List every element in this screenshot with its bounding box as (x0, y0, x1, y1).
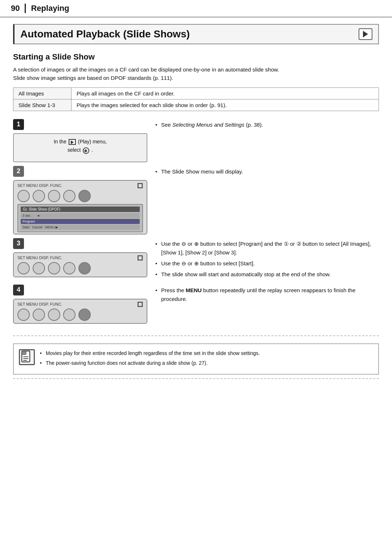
step-2-bullet: The Slide Show menu will display. (155, 167, 379, 176)
step2-panel-labels: SET MENU DISP. FUNC. (17, 183, 62, 188)
note-icon (19, 349, 35, 365)
cam-btn-4-4 (63, 309, 75, 321)
step-4-cam-btns (17, 309, 143, 321)
step4-panel-labels: SET MENU DISP. FUNC. (17, 302, 62, 306)
step1-line1: In the (54, 139, 68, 144)
step-3-panel-header: SET MENU DISP. FUNC. 🔲 (17, 255, 143, 261)
step1-period: . (91, 147, 93, 153)
cam-btn-5 (78, 190, 91, 202)
subsection-title: Starting a Slide Show (13, 52, 379, 62)
step-3-cam-panel: SET MENU DISP. FUNC. 🔲 (13, 252, 147, 277)
main-content: Automated Playback (Slide Shows) Startin… (0, 17, 392, 385)
cam-btn-3 (48, 190, 60, 202)
note-item-1: Movies play for their entire recorded le… (40, 349, 260, 357)
step-1-left: 1 In the (Play) menu, select . (13, 119, 147, 162)
note-doc-icon (21, 350, 33, 364)
row1-text: 3 sec. ◄ (23, 214, 40, 217)
step-3-bullet-3: The slide show will start and automatica… (155, 270, 379, 279)
section-title-bar: Automated Playback (Slide Shows) (13, 24, 379, 44)
row-program-text: Program (23, 220, 35, 223)
step-3-bullet-1: Use the ⊖ or ⊕ button to select [Program… (155, 240, 379, 257)
step-4-left: 4 SET MENU DISP. FUNC. 🔲 (13, 285, 147, 324)
step-2-cam-btns (17, 190, 143, 202)
step2-panel-icon: 🔲 (137, 183, 143, 188)
svg-rect-1 (22, 351, 26, 355)
step-2-right: The Slide Show menu will display. (155, 166, 379, 178)
step-2-badge: 2 (13, 166, 24, 177)
step1-line3: select (68, 147, 82, 153)
table-row: All Images Plays all images on the CF ca… (13, 87, 379, 99)
table-row: Slide Show 1-3 Plays the images selected… (13, 99, 379, 111)
cam-btn-3-2 (33, 262, 45, 274)
step-2-row: 2 SET MENU DISP. FUNC. 🔲 (13, 166, 379, 234)
step-1-badge: 1 (13, 119, 24, 130)
step-2-num-row: 2 (13, 166, 147, 178)
cam-btn-3-5 (78, 262, 91, 274)
step-4-bullet: Press the MENU button repeatedly until t… (155, 286, 379, 303)
step-1-diagram: In the (Play) menu, select . (13, 133, 147, 162)
step-2-cam-panel: SET MENU DISP. FUNC. 🔲 Gr. Slide Show (D… (13, 180, 147, 234)
step1-line2: (Play) menu, (78, 139, 107, 144)
step-1-num-row: 1 (13, 119, 147, 131)
header-divider (25, 4, 26, 13)
step-2-left: 2 SET MENU DISP. FUNC. 🔲 (13, 166, 147, 234)
step-4-row: 4 SET MENU DISP. FUNC. 🔲 (13, 285, 379, 324)
step-3-bullet-2: Use the ⊖ or ⊕ button to select [Start]. (155, 259, 379, 268)
play-triangle-icon (363, 31, 368, 37)
step3-panel-icon: 🔲 (137, 255, 143, 261)
step-3-cam-btns (17, 262, 143, 274)
step-1-right: See Selecting Menus and Settings (p. 38)… (155, 119, 379, 131)
slideshow-screen: Gr. Slide Show (DPOF) 3 sec. ◄ Program S… (17, 204, 143, 232)
info-table: All Images Plays all images on the CF ca… (13, 87, 379, 111)
step4-panel-icon: 🔲 (137, 302, 143, 307)
step-3-row: 3 SET MENU DISP. FUNC. 🔲 (13, 238, 379, 281)
slideshow-row-program: Program (21, 219, 140, 224)
cam-btn-4-3 (48, 309, 60, 321)
header-bar: 90 Replaying (0, 0, 392, 17)
table-cell-value-1: Plays all images on the CF card in order… (72, 87, 379, 99)
slideshow-rows: 3 sec. ◄ Program Start Cancel MENU ▶ (21, 213, 140, 230)
note-box: Movies play for their entire recorded le… (13, 343, 379, 375)
desc-line-1: A selection of images or all the images … (13, 66, 279, 73)
table-cell-label-2: Slide Show 1-3 (13, 99, 72, 111)
step-3-left: 3 SET MENU DISP. FUNC. 🔲 (13, 238, 147, 277)
play-icon-box (359, 28, 372, 40)
cam-btn-4-5 (78, 309, 91, 321)
cam-btn-3-4 (63, 262, 75, 274)
play-menu-icon (69, 139, 76, 145)
section-title: Automated Playback (Slide Shows) (20, 28, 359, 40)
step-1-bullet: See Selecting Menus and Settings (p. 38)… (155, 121, 379, 129)
note-content: Movies play for their entire recorded le… (40, 349, 260, 369)
note-item-2: The power-saving function does not activ… (40, 359, 260, 367)
header-title: Replaying (31, 4, 69, 13)
description-text: A selection of images or all the images … (13, 65, 379, 82)
step-4-badge: 4 (13, 285, 24, 295)
cam-btn-1 (17, 190, 30, 202)
step-3-right: Use the ⊖ or ⊕ button to select [Program… (155, 238, 379, 281)
desc-line-2: Slide show image settings are based on D… (13, 75, 173, 81)
step-4-cam-panel: SET MENU DISP. FUNC. 🔲 (13, 299, 147, 324)
page-number: 90 (11, 4, 20, 13)
slideshow-screen-title: Gr. Slide Show (DPOF) (21, 207, 140, 212)
table-cell-label-1: All Images (13, 87, 72, 99)
select-icon (83, 147, 89, 154)
step-4-panel-header: SET MENU DISP. FUNC. 🔲 (17, 302, 143, 307)
step-3-badge: 3 (13, 238, 24, 249)
step3-panel-labels: SET MENU DISP. FUNC. (17, 256, 62, 260)
steps-area: 1 In the (Play) menu, select . See Selec… (13, 119, 379, 327)
slideshow-row-1: 3 sec. ◄ (21, 213, 140, 218)
step-4-right: Press the MENU button repeatedly until t… (155, 285, 379, 306)
note-wrapper: Movies play for their entire recorded le… (13, 335, 379, 379)
cam-btn-2 (33, 190, 45, 202)
step-1-row: 1 In the (Play) menu, select . See Selec… (13, 119, 379, 162)
cam-btn-4-1 (17, 309, 30, 321)
slideshow-row-start: Start Cancel MENU ▶ (21, 225, 140, 230)
table-cell-value-2: Plays the images selected for each slide… (72, 99, 379, 111)
cam-btn-3-3 (48, 262, 60, 274)
cam-btn-4 (63, 190, 75, 202)
row-start-text: Start Cancel MENU ▶ (23, 225, 58, 229)
step-3-num-row: 3 (13, 238, 147, 250)
step-4-num-row: 4 (13, 285, 147, 297)
cam-btn-4-2 (33, 309, 45, 321)
cam-btn-3-1 (17, 262, 30, 274)
